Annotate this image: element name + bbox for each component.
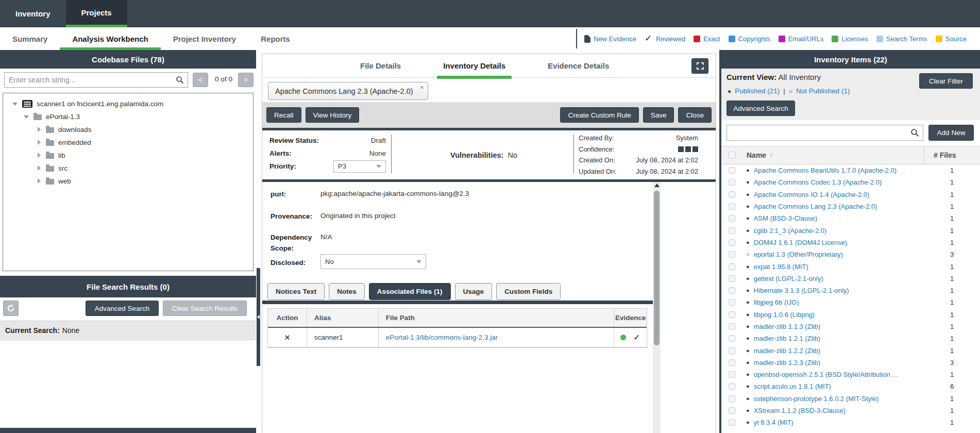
left-panel-collapse-handle[interactable] — [257, 268, 260, 366]
project-nav-tab[interactable]: Analysis Workbench — [60, 27, 160, 50]
inventory-item-row[interactable]: XStream 1.1.2 (BSD-3-Clause) 1 — [721, 405, 980, 417]
inventory-item-link[interactable]: script.aculo.us 1.8.1 (MIT) — [754, 382, 831, 390]
inventory-item-link[interactable]: libjpeg 6b (IJG) — [754, 298, 799, 306]
tree-node[interactable]: ePortal-1.3 — [3, 110, 253, 123]
inventory-item-link[interactable]: eportal 1.3 (Other/Proprietary) — [754, 251, 843, 258]
item-checkbox[interactable] — [729, 395, 735, 402]
sort-ascending-icon[interactable]: ↑ — [769, 151, 773, 159]
inventory-item-link[interactable]: sstephenson-prototype 1.6.0.2 (MIT-Style… — [754, 395, 879, 403]
inventory-item-row[interactable]: madler-zlib 1.2.2 (Zlib) 1 — [721, 344, 980, 356]
scrollbar-thumb[interactable] — [654, 191, 660, 345]
save-button[interactable]: Save — [643, 107, 674, 123]
search-icon[interactable] — [176, 76, 184, 84]
inventory-item-row[interactable]: script.aculo.us 1.8.1 (MIT) 6 — [721, 380, 980, 392]
tree-expander-icon[interactable] — [36, 127, 42, 132]
inventory-item-link[interactable]: yt 6.3.4 (MIT) — [754, 419, 793, 426]
inventory-advanced-search-button[interactable]: Advanced Search — [726, 101, 795, 116]
item-checkbox[interactable] — [729, 323, 735, 330]
item-checkbox[interactable] — [729, 347, 735, 354]
inventory-item-link[interactable]: madler-zlib 1.2.3 (Zlib) — [754, 359, 820, 367]
inventory-item-row[interactable]: sstephenson-prototype 1.6.0.2 (MIT-Style… — [721, 393, 980, 405]
inventory-item-row[interactable]: Apache Commons Lang 2.3 (Apache-2.0) 1 — [721, 201, 980, 212]
item-checkbox[interactable] — [729, 263, 735, 270]
inventory-item-link[interactable]: libpng 1.0.6 (Libpng) — [754, 311, 815, 319]
tree-expander-icon[interactable] — [12, 101, 18, 107]
inventory-item-row[interactable]: Apache Commons Codec 1.3 (Apache-2.0) 1 — [721, 176, 980, 188]
search-prev-button[interactable]: < — [193, 73, 208, 87]
select-all-checkbox[interactable] — [729, 152, 736, 159]
scroll-up-icon[interactable] — [653, 184, 661, 187]
item-checkbox[interactable] — [729, 359, 735, 366]
detail-subtab[interactable]: Associated Files (1) — [369, 283, 451, 300]
inventory-item-row[interactable]: DOM4J 1.6.1 (DOM4J License) 1 — [721, 237, 980, 248]
clear-filter-button[interactable]: Clear Filter — [919, 73, 973, 89]
item-checkbox[interactable] — [729, 311, 735, 318]
item-checkbox[interactable] — [729, 383, 735, 390]
detail-subtab[interactable]: Notes — [329, 283, 365, 300]
item-checkbox[interactable] — [729, 191, 735, 198]
remove-file-icon[interactable]: ✕ — [284, 333, 291, 342]
maximize-button[interactable] — [691, 58, 708, 74]
not-published-filter-link[interactable]: Not Published (1) — [796, 87, 850, 95]
tree-node[interactable]: scanner1 on fncicent1.eng.palamida.com — [3, 97, 253, 110]
inventory-item-chip[interactable]: Apache Commons Lang 2.3 (Apache-2.0) × — [268, 82, 428, 100]
files-column-header[interactable]: # Files — [934, 151, 956, 159]
search-icon[interactable] — [910, 128, 919, 137]
item-checkbox[interactable] — [729, 407, 735, 414]
inventory-item-link[interactable]: Apache Commons Codec 1.3 (Apache-2.0) — [754, 178, 882, 186]
item-checkbox[interactable] — [729, 215, 735, 222]
inventory-item-link[interactable]: DOM4J 1.6.1 (DOM4J License) — [754, 239, 847, 246]
advanced-search-button[interactable]: Advanced Search — [86, 301, 159, 316]
inventory-item-link[interactable]: cglib 2.1_3 (Apache-2.0) — [754, 227, 827, 235]
clear-search-results-button[interactable]: Clear Search Results — [163, 301, 247, 316]
item-checkbox[interactable] — [729, 371, 735, 378]
tree-node[interactable]: embedded — [3, 136, 253, 149]
detail-subtab[interactable]: Usage — [455, 283, 493, 300]
tree-node[interactable]: src — [3, 162, 253, 175]
detail-subtab[interactable]: Custom Fields — [496, 283, 561, 300]
tree-node[interactable]: web — [3, 175, 253, 188]
view-history-button[interactable]: View History — [306, 107, 360, 123]
tree-expander-icon[interactable] — [36, 165, 42, 171]
project-nav-tab[interactable]: Summary — [0, 27, 60, 50]
inventory-item-row[interactable]: Hibernate 3.1.3 (LGPL-2.1-only) 1 — [721, 285, 980, 296]
priority-dropdown[interactable]: P3 — [333, 160, 386, 173]
inventory-item-row[interactable]: madler-zlib 1.2.3 (Zlib) 3 — [721, 357, 980, 369]
search-next-button[interactable]: > — [238, 73, 254, 87]
inventory-item-row[interactable]: eportal 1.3 (Other/Proprietary) 3 — [721, 248, 980, 260]
inventory-item-link[interactable]: expat 1.95.8 (MIT) — [754, 263, 808, 271]
tree-expander-icon[interactable] — [36, 153, 42, 158]
inventory-item-link[interactable]: Hibernate 3.1.3 (LGPL-2.1-only) — [754, 287, 849, 294]
inventory-item-row[interactable]: yt 6.3.4 (MIT) 1 — [721, 417, 980, 428]
item-checkbox[interactable] — [729, 239, 735, 246]
inventory-item-link[interactable]: Apache Commons Lang 2.3 (Apache-2.0) — [754, 203, 877, 210]
inventory-item-link[interactable]: madler-zlib 1.2.2 (Zlib) — [754, 347, 820, 355]
item-checkbox[interactable] — [729, 299, 735, 306]
tree-node[interactable]: downloads — [3, 123, 253, 136]
tree-expander-icon[interactable] — [36, 178, 42, 184]
item-checkbox[interactable] — [729, 251, 735, 258]
item-checkbox[interactable] — [729, 335, 735, 342]
item-checkbox[interactable] — [729, 275, 735, 282]
details-tab[interactable]: File Details — [354, 54, 407, 77]
published-filter-link[interactable]: Published (21) — [735, 87, 780, 95]
inventory-item-link[interactable]: XStream 1.1.2 (BSD-3-Clause) — [754, 407, 846, 414]
file-path-link[interactable]: ePortal-1.3/lib/commons-lang-2.3.jar — [386, 334, 498, 341]
inventory-item-link[interactable]: madler-zlib 1.1.3 (Zlib) — [754, 323, 820, 330]
codebase-search-input[interactable] — [5, 76, 176, 84]
inventory-item-link[interactable]: gettext (LGPL-2.1-only) — [754, 275, 823, 282]
inventory-item-link[interactable]: Apache Commons IO 1.4 (Apache-2.0) — [754, 191, 870, 198]
close-button[interactable]: Close — [678, 107, 712, 123]
inventory-item-row[interactable]: libpng 1.0.6 (Libpng) 1 — [721, 309, 980, 321]
item-checkbox[interactable] — [729, 419, 735, 426]
add-new-button[interactable]: Add New — [928, 125, 974, 141]
project-nav-tab[interactable]: Reports — [248, 27, 302, 50]
chip-close-icon[interactable]: × — [420, 84, 424, 91]
tree-expander-icon[interactable] — [24, 114, 29, 120]
inventory-item-row[interactable]: openbsd-openssh 2.5.1 (BSD Style/Attribu… — [721, 369, 980, 380]
inventory-item-link[interactable]: ASM (BSD-3-Clause) — [754, 214, 818, 222]
inventory-item-row[interactable]: madler-zlib 1.2.1 (Zlib) 1 — [721, 332, 980, 344]
project-nav-tab[interactable]: Project Inventory — [161, 27, 249, 50]
item-checkbox[interactable] — [729, 287, 735, 294]
inventory-search-input[interactable] — [727, 129, 910, 137]
